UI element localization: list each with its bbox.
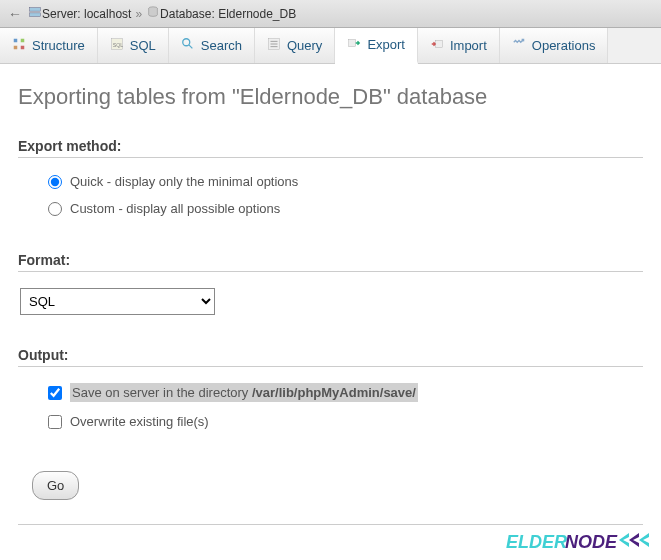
output-heading: Output: xyxy=(18,347,643,367)
operations-icon xyxy=(512,37,526,54)
watermark-arrow-icon xyxy=(619,531,651,554)
database-label: Database: xyxy=(160,7,215,21)
svg-rect-3 xyxy=(14,39,18,43)
output-group: Save on server in the directory /var/lib… xyxy=(18,379,643,453)
export-method-group: Quick - display only the minimal options… xyxy=(18,170,643,240)
tab-query[interactable]: Query xyxy=(255,28,335,63)
svg-rect-17 xyxy=(521,39,524,42)
overwrite-label[interactable]: Overwrite existing file(s) xyxy=(70,414,209,429)
back-arrow-icon[interactable]: ← xyxy=(8,6,22,22)
breadcrumb-sep: » xyxy=(135,7,142,21)
tab-label: Import xyxy=(450,38,487,53)
server-name[interactable]: localhost xyxy=(84,7,131,21)
export-icon xyxy=(347,36,361,53)
tab-label: SQL xyxy=(130,38,156,53)
svg-rect-5 xyxy=(14,46,18,50)
svg-text:SQL: SQL xyxy=(112,42,123,48)
overwrite-checkbox[interactable] xyxy=(48,415,62,429)
tab-label: Query xyxy=(287,38,322,53)
tab-structure[interactable]: Structure xyxy=(0,28,98,63)
export-method-quick-row[interactable]: Quick - display only the minimal options xyxy=(48,174,643,189)
tabs-bar: Structure SQL SQL Search Query Export Im… xyxy=(0,28,661,64)
tab-label: Search xyxy=(201,38,242,53)
structure-icon xyxy=(12,37,26,54)
format-heading: Format: xyxy=(18,252,643,272)
svg-line-10 xyxy=(189,45,193,49)
svg-rect-1 xyxy=(30,13,41,17)
svg-rect-0 xyxy=(30,8,41,12)
svg-marker-20 xyxy=(639,533,649,547)
tab-export[interactable]: Export xyxy=(335,28,418,64)
server-icon xyxy=(28,5,42,22)
export-method-heading: Export method: xyxy=(18,138,643,158)
save-on-server-checkbox[interactable] xyxy=(48,386,62,400)
overwrite-row[interactable]: Overwrite existing file(s) xyxy=(48,414,643,429)
go-button[interactable]: Go xyxy=(32,471,79,500)
save-on-server-label[interactable]: Save on server in the directory /var/lib… xyxy=(70,383,418,402)
export-method-custom-row[interactable]: Custom - display all possible options xyxy=(48,201,643,216)
svg-point-9 xyxy=(183,39,190,46)
tab-search[interactable]: Search xyxy=(169,28,255,63)
content-divider xyxy=(18,524,643,525)
import-icon xyxy=(430,37,444,54)
radio-quick-label[interactable]: Quick - display only the minimal options xyxy=(70,174,298,189)
format-select[interactable]: SQL xyxy=(20,288,215,315)
tab-operations[interactable]: Operations xyxy=(500,28,609,63)
svg-marker-19 xyxy=(629,533,639,547)
page-title: Exporting tables from "Eldernode_DB" dat… xyxy=(18,84,643,110)
watermark: ELDERNODE xyxy=(506,531,651,554)
radio-quick[interactable] xyxy=(48,175,62,189)
tab-label: Operations xyxy=(532,38,596,53)
content-area: Exporting tables from "Eldernode_DB" dat… xyxy=(0,64,661,545)
svg-rect-6 xyxy=(21,46,25,50)
tab-import[interactable]: Import xyxy=(418,28,500,63)
query-icon xyxy=(267,37,281,54)
svg-marker-18 xyxy=(619,533,629,547)
tab-sql[interactable]: SQL SQL xyxy=(98,28,169,63)
tab-label: Export xyxy=(367,37,405,52)
format-select-container: SQL xyxy=(18,284,643,335)
tab-label: Structure xyxy=(32,38,85,53)
save-on-server-row[interactable]: Save on server in the directory /var/lib… xyxy=(48,383,643,402)
radio-custom-label[interactable]: Custom - display all possible options xyxy=(70,201,280,216)
database-name[interactable]: Eldernode_DB xyxy=(218,7,296,21)
sql-icon: SQL xyxy=(110,37,124,54)
svg-rect-15 xyxy=(349,40,356,47)
svg-rect-16 xyxy=(435,41,442,48)
search-icon xyxy=(181,37,195,54)
server-label: Server: xyxy=(42,7,81,21)
breadcrumb: ← Server: localhost » Database: Eldernod… xyxy=(0,0,661,28)
radio-custom[interactable] xyxy=(48,202,62,216)
database-icon xyxy=(146,5,160,22)
svg-rect-4 xyxy=(21,39,25,43)
